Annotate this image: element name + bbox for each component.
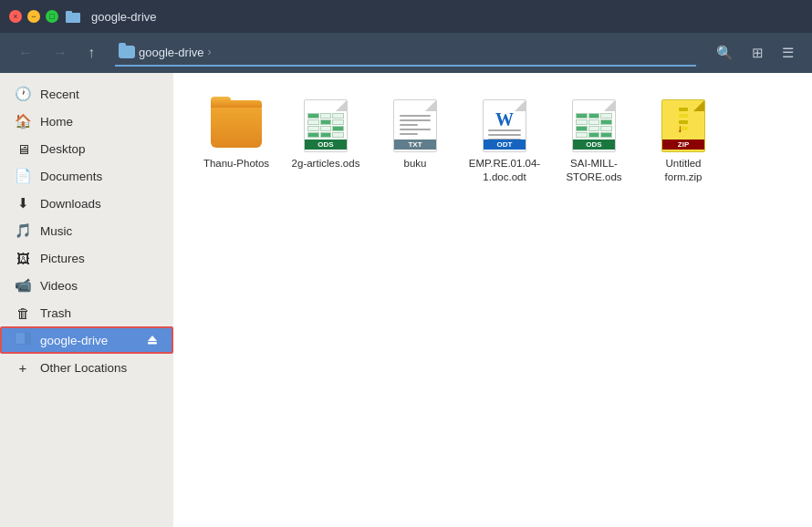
downloads-icon: ⬇ <box>15 195 31 212</box>
svg-rect-1 <box>66 11 72 15</box>
window-controls: × − □ <box>9 10 58 23</box>
desktop-icon: 🖥 <box>15 140 31 157</box>
sidebar-label-home: Home <box>40 115 73 129</box>
sidebar-item-pictures[interactable]: 🖼 Pictures <box>0 244 173 272</box>
file-item-2g-articles[interactable]: ODS 2g-articles.ods <box>285 91 367 191</box>
sidebar-label-pictures: Pictures <box>40 252 85 265</box>
sidebar: 🕐 Recent 🏠 Home 🖥 Desktop 📄 Documents ⬇ … <box>0 73 173 527</box>
sidebar-label-documents: Documents <box>40 170 102 183</box>
location-chevron: › <box>208 46 212 58</box>
recent-icon: 🕐 <box>15 86 31 102</box>
sidebar-label-downloads: Downloads <box>40 197 101 211</box>
google-drive-icon <box>15 332 31 348</box>
file-item-sai-mill[interactable]: ODS SAI-MILL-STORE.ods <box>553 91 635 191</box>
documents-icon: 📄 <box>15 168 31 184</box>
close-button[interactable]: × <box>9 10 22 23</box>
music-icon: 🎵 <box>15 222 31 239</box>
maximize-button[interactable]: □ <box>46 10 58 23</box>
sidebar-item-google-drive[interactable]: google-drive <box>0 326 173 354</box>
location-item[interactable]: google-drive <box>115 46 208 59</box>
file-item-buku[interactable]: TXT buku <box>374 91 456 191</box>
titlebar: × − □ google-drive <box>0 0 812 33</box>
sidebar-item-downloads[interactable]: ⬇ Downloads <box>0 190 173 217</box>
toolbar: ← → ↑ google-drive › 🔍 ⊞ ☰ <box>0 33 812 73</box>
file-label-thanu-photos: Thanu-Photos <box>203 157 269 170</box>
minimize-button[interactable]: − <box>27 10 40 23</box>
sidebar-item-desktop[interactable]: 🖥 Desktop <box>0 135 173 162</box>
odt-icon-emp-doc: W ODT <box>479 98 530 153</box>
file-item-emp-doc[interactable]: W ODT EMP.RE.01.04-1.doc.odt <box>463 91 546 191</box>
sidebar-label-trash: Trash <box>40 306 71 320</box>
videos-icon: 📹 <box>15 277 31 294</box>
eject-button[interactable] <box>146 334 159 346</box>
sidebar-item-recent[interactable]: 🕐 Recent <box>0 80 173 108</box>
up-button[interactable]: ↑ <box>80 39 102 67</box>
content-area: Thanu-Photos ODS 2g-articles.ods <box>173 73 812 527</box>
sidebar-label-desktop: Desktop <box>40 142 86 156</box>
svg-rect-5 <box>148 342 157 345</box>
svg-marker-4 <box>148 336 157 341</box>
ods-icon-2g-articles: ODS <box>300 98 351 153</box>
sidebar-item-documents[interactable]: 📄 Documents <box>0 162 173 190</box>
sidebar-label-google-drive: google-drive <box>40 334 108 347</box>
hamburger-icon: ☰ <box>782 45 794 61</box>
window-title: google-drive <box>91 10 157 24</box>
menu-button[interactable]: ☰ <box>775 39 801 67</box>
sidebar-item-other-locations[interactable]: + Other Locations <box>0 354 173 381</box>
home-icon: 🏠 <box>15 113 31 129</box>
txt-icon-buku: TXT <box>390 98 441 153</box>
sidebar-label-videos: Videos <box>40 279 78 293</box>
ods-icon-sai-mill: ODS <box>568 98 619 153</box>
location-folder-icon <box>119 46 135 58</box>
location-bar[interactable]: google-drive › <box>115 39 696 67</box>
forward-button[interactable]: → <box>46 39 75 67</box>
folder-icon-thanu-photos <box>211 98 262 153</box>
other-locations-icon: + <box>15 359 31 376</box>
grid-view-icon: ⊞ <box>752 45 764 61</box>
back-button[interactable]: ← <box>11 39 40 67</box>
search-icon: 🔍 <box>716 45 734 61</box>
svg-rect-3 <box>16 333 25 344</box>
file-label-2g-articles: 2g-articles.ods <box>292 157 360 170</box>
file-label-buku: buku <box>404 157 427 170</box>
zip-icon-untitled: ↓ ZIP <box>658 98 709 153</box>
search-button[interactable]: 🔍 <box>709 39 741 67</box>
file-item-thanu-photos[interactable]: Thanu-Photos <box>195 91 277 191</box>
location-label: google-drive <box>139 46 204 59</box>
eject-icon <box>146 334 159 346</box>
window-folder-icon <box>66 9 80 24</box>
trash-icon: 🗑 <box>15 305 31 321</box>
sidebar-item-videos[interactable]: 📹 Videos <box>0 272 173 299</box>
file-label-sai-mill: SAI-MILL-STORE.ods <box>557 157 631 184</box>
sidebar-label-recent: Recent <box>40 88 79 101</box>
file-grid: Thanu-Photos ODS 2g-articles.ods <box>195 91 790 191</box>
sidebar-label-other-locations: Other Locations <box>40 361 127 375</box>
toolbar-actions: 🔍 ⊞ ☰ <box>709 39 801 67</box>
file-label-untitled-zip: Untitled form.zip <box>646 157 721 184</box>
sidebar-item-trash[interactable]: 🗑 Trash <box>0 299 173 326</box>
file-label-emp-doc: EMP.RE.01.04-1.doc.odt <box>467 157 542 184</box>
main-layout: 🕐 Recent 🏠 Home 🖥 Desktop 📄 Documents ⬇ … <box>0 73 812 527</box>
file-item-untitled-zip[interactable]: ↓ ZIP Untitled form.zip <box>642 91 724 191</box>
sidebar-item-music[interactable]: 🎵 Music <box>0 217 173 244</box>
view-button[interactable]: ⊞ <box>744 39 771 67</box>
pictures-icon: 🖼 <box>15 250 31 266</box>
sidebar-item-home[interactable]: 🏠 Home <box>0 108 173 135</box>
sidebar-label-music: Music <box>40 224 72 238</box>
